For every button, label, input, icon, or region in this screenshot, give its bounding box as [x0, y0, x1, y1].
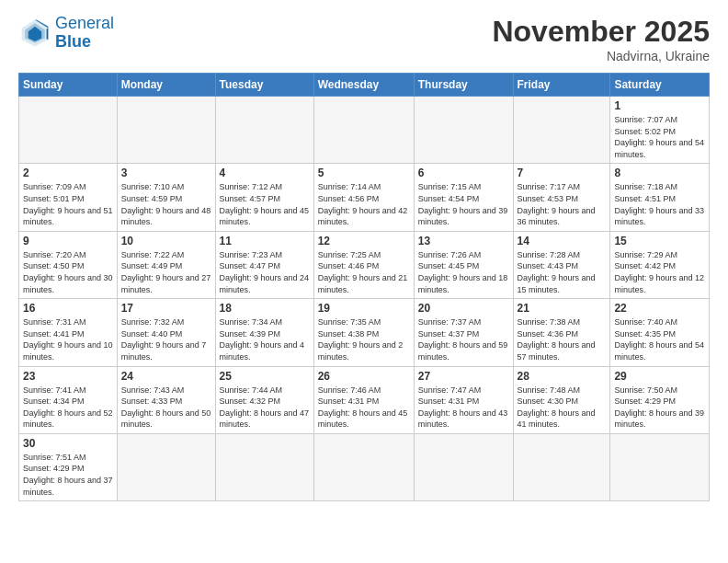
- day-info: Sunrise: 7:28 AM Sunset: 4:43 PM Dayligh…: [518, 249, 607, 295]
- week-row-4: 16Sunrise: 7:31 AM Sunset: 4:41 PM Dayli…: [19, 299, 710, 366]
- day-info: Sunrise: 7:44 AM Sunset: 4:32 PM Dayligh…: [220, 385, 310, 431]
- day-number: 29: [614, 370, 705, 383]
- day-number: 14: [518, 235, 607, 247]
- title-block: November 2025 Nadvirna, Ukraine: [492, 15, 710, 63]
- day-cell: [117, 433, 215, 500]
- day-cell: 22Sunrise: 7:40 AM Sunset: 4:35 PM Dayli…: [610, 299, 710, 366]
- day-info: Sunrise: 7:34 AM Sunset: 4:39 PM Dayligh…: [220, 316, 310, 362]
- day-info: Sunrise: 7:32 AM Sunset: 4:40 PM Dayligh…: [121, 316, 211, 362]
- day-cell: [414, 433, 513, 500]
- day-number: 15: [614, 235, 705, 247]
- header-wednesday: Wednesday: [313, 74, 414, 97]
- day-cell: 25Sunrise: 7:44 AM Sunset: 4:32 PM Dayli…: [215, 366, 313, 433]
- day-info: Sunrise: 7:43 AM Sunset: 4:33 PM Dayligh…: [121, 385, 211, 431]
- day-info: Sunrise: 7:18 AM Sunset: 4:51 PM Dayligh…: [614, 181, 705, 227]
- day-info: Sunrise: 7:35 AM Sunset: 4:38 PM Dayligh…: [318, 316, 410, 362]
- day-cell: [610, 433, 710, 500]
- day-number: 6: [418, 167, 509, 179]
- day-number: 21: [518, 302, 607, 315]
- day-cell: [313, 433, 414, 500]
- day-info: Sunrise: 7:38 AM Sunset: 4:36 PM Dayligh…: [518, 316, 607, 362]
- week-row-1: 1Sunrise: 7:07 AM Sunset: 5:02 PM Daylig…: [19, 97, 710, 164]
- week-row-6: 30Sunrise: 7:51 AM Sunset: 4:29 PM Dayli…: [19, 433, 710, 500]
- day-cell: [513, 433, 610, 500]
- header-thursday: Thursday: [414, 74, 513, 97]
- day-number: 4: [220, 167, 310, 179]
- day-info: Sunrise: 7:15 AM Sunset: 4:54 PM Dayligh…: [418, 181, 509, 227]
- day-cell: 1Sunrise: 7:07 AM Sunset: 5:02 PM Daylig…: [610, 97, 710, 164]
- day-info: Sunrise: 7:12 AM Sunset: 4:57 PM Dayligh…: [220, 181, 310, 227]
- day-cell: 9Sunrise: 7:20 AM Sunset: 4:50 PM Daylig…: [19, 231, 118, 298]
- day-info: Sunrise: 7:25 AM Sunset: 4:46 PM Dayligh…: [318, 249, 410, 295]
- calendar: Sunday Monday Tuesday Wednesday Thursday…: [18, 73, 710, 501]
- calendar-body: 1Sunrise: 7:07 AM Sunset: 5:02 PM Daylig…: [19, 97, 710, 501]
- logo-text: General Blue: [55, 15, 114, 52]
- page: General Blue November 2025 Nadvirna, Ukr…: [0, 0, 728, 563]
- day-info: Sunrise: 7:37 AM Sunset: 4:37 PM Dayligh…: [418, 316, 509, 362]
- day-info: Sunrise: 7:47 AM Sunset: 4:31 PM Dayligh…: [418, 385, 509, 431]
- day-number: 23: [23, 370, 113, 383]
- day-cell: 30Sunrise: 7:51 AM Sunset: 4:29 PM Dayli…: [19, 433, 118, 500]
- day-info: Sunrise: 7:46 AM Sunset: 4:31 PM Dayligh…: [318, 385, 410, 431]
- header-tuesday: Tuesday: [215, 74, 313, 97]
- subtitle: Nadvirna, Ukraine: [492, 49, 710, 63]
- day-number: 12: [318, 235, 410, 247]
- logo-line2: Blue: [55, 33, 114, 52]
- day-number: 11: [220, 235, 310, 247]
- header: General Blue November 2025 Nadvirna, Ukr…: [18, 15, 710, 63]
- day-number: 8: [614, 167, 705, 179]
- svg-marker-4: [47, 28, 49, 40]
- day-info: Sunrise: 7:40 AM Sunset: 4:35 PM Dayligh…: [614, 316, 705, 362]
- day-cell: 2Sunrise: 7:09 AM Sunset: 5:01 PM Daylig…: [19, 164, 118, 231]
- day-info: Sunrise: 7:50 AM Sunset: 4:29 PM Dayligh…: [614, 385, 705, 431]
- header-saturday: Saturday: [610, 74, 710, 97]
- day-cell: [117, 97, 215, 164]
- day-cell: 29Sunrise: 7:50 AM Sunset: 4:29 PM Dayli…: [610, 366, 710, 433]
- day-info: Sunrise: 7:41 AM Sunset: 4:34 PM Dayligh…: [23, 385, 113, 431]
- day-cell: 11Sunrise: 7:23 AM Sunset: 4:47 PM Dayli…: [215, 231, 313, 298]
- day-number: 16: [23, 302, 113, 315]
- day-number: 26: [318, 370, 410, 383]
- day-cell: [215, 97, 313, 164]
- day-number: 20: [418, 302, 509, 315]
- day-cell: 18Sunrise: 7:34 AM Sunset: 4:39 PM Dayli…: [215, 299, 313, 366]
- header-monday: Monday: [117, 74, 215, 97]
- day-cell: [19, 97, 118, 164]
- day-cell: 28Sunrise: 7:48 AM Sunset: 4:30 PM Dayli…: [513, 366, 610, 433]
- day-cell: 27Sunrise: 7:47 AM Sunset: 4:31 PM Dayli…: [414, 366, 513, 433]
- day-cell: 21Sunrise: 7:38 AM Sunset: 4:36 PM Dayli…: [513, 299, 610, 366]
- day-number: 5: [318, 167, 410, 179]
- day-cell: 16Sunrise: 7:31 AM Sunset: 4:41 PM Dayli…: [19, 299, 118, 366]
- day-number: 28: [518, 370, 607, 383]
- day-cell: [313, 97, 414, 164]
- day-info: Sunrise: 7:09 AM Sunset: 5:01 PM Dayligh…: [23, 181, 113, 227]
- day-info: Sunrise: 7:14 AM Sunset: 4:56 PM Dayligh…: [318, 181, 410, 227]
- day-cell: 12Sunrise: 7:25 AM Sunset: 4:46 PM Dayli…: [313, 231, 414, 298]
- day-info: Sunrise: 7:17 AM Sunset: 4:53 PM Dayligh…: [518, 181, 607, 227]
- logo-icon: [18, 17, 51, 50]
- day-number: 9: [23, 235, 113, 247]
- day-cell: 15Sunrise: 7:29 AM Sunset: 4:42 PM Dayli…: [610, 231, 710, 298]
- day-number: 30: [23, 437, 113, 450]
- day-number: 1: [614, 99, 705, 112]
- day-cell: 5Sunrise: 7:14 AM Sunset: 4:56 PM Daylig…: [313, 164, 414, 231]
- day-cell: 23Sunrise: 7:41 AM Sunset: 4:34 PM Dayli…: [19, 366, 118, 433]
- day-cell: 10Sunrise: 7:22 AM Sunset: 4:49 PM Dayli…: [117, 231, 215, 298]
- header-sunday: Sunday: [19, 74, 118, 97]
- weekday-row: Sunday Monday Tuesday Wednesday Thursday…: [19, 74, 710, 97]
- week-row-5: 23Sunrise: 7:41 AM Sunset: 4:34 PM Dayli…: [19, 366, 710, 433]
- day-number: 3: [121, 167, 211, 179]
- day-cell: 24Sunrise: 7:43 AM Sunset: 4:33 PM Dayli…: [117, 366, 215, 433]
- day-info: Sunrise: 7:31 AM Sunset: 4:41 PM Dayligh…: [23, 316, 113, 362]
- day-cell: 7Sunrise: 7:17 AM Sunset: 4:53 PM Daylig…: [513, 164, 610, 231]
- day-info: Sunrise: 7:51 AM Sunset: 4:29 PM Dayligh…: [23, 452, 113, 498]
- day-cell: 20Sunrise: 7:37 AM Sunset: 4:37 PM Dayli…: [414, 299, 513, 366]
- calendar-header: Sunday Monday Tuesday Wednesday Thursday…: [19, 74, 710, 97]
- day-info: Sunrise: 7:48 AM Sunset: 4:30 PM Dayligh…: [518, 385, 607, 431]
- day-cell: 13Sunrise: 7:26 AM Sunset: 4:45 PM Dayli…: [414, 231, 513, 298]
- logo: General Blue: [18, 15, 114, 52]
- month-title: November 2025: [492, 15, 710, 49]
- day-number: 19: [318, 302, 410, 315]
- week-row-3: 9Sunrise: 7:20 AM Sunset: 4:50 PM Daylig…: [19, 231, 710, 298]
- day-cell: [215, 433, 313, 500]
